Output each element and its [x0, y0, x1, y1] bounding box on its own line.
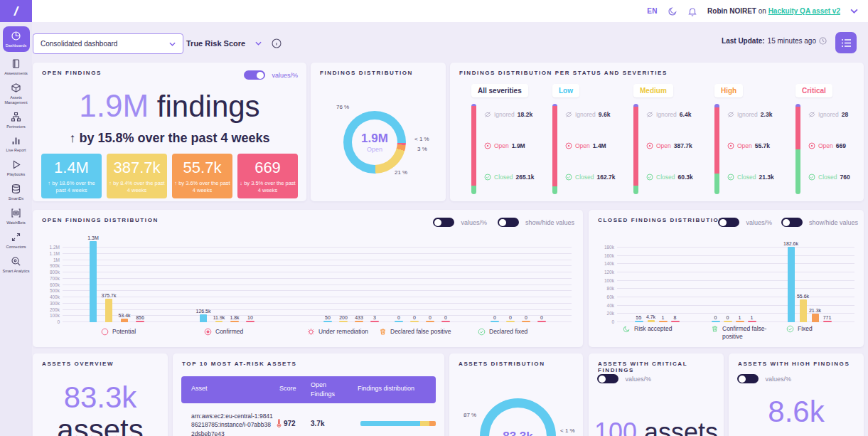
bar[interactable]	[788, 247, 795, 322]
bar[interactable]	[426, 321, 434, 322]
bar[interactable]	[671, 321, 680, 322]
bar[interactable]	[748, 321, 756, 322]
sidebar-item-connectors[interactable]: Connectors	[2, 232, 31, 250]
chevron-down-icon	[169, 42, 176, 46]
donut-center-label: Open	[367, 146, 382, 153]
bar[interactable]	[90, 241, 97, 322]
notifications-bell-icon[interactable]	[687, 6, 697, 16]
tenant-link[interactable]: Hackuity QA asset v2	[768, 7, 840, 15]
sidebar-item-smartdx[interactable]: SmartDx	[2, 184, 31, 201]
severity-chip[interactable]: All severities	[471, 84, 528, 97]
bar[interactable]	[339, 321, 348, 322]
findings-donut-chart[interactable]: 1.9M Open	[343, 111, 406, 174]
card-title: ASSETS DISTRIBUTION	[459, 361, 545, 367]
assets-critical-total: 100 assets	[589, 418, 724, 436]
tile-high[interactable]: 55.7k ↑ by 3.6% over the past 4 weeks	[172, 154, 232, 198]
bar[interactable]	[800, 299, 807, 322]
bar[interactable]	[537, 321, 546, 322]
legend-declared-fixed[interactable]: Declared fixed	[478, 328, 527, 336]
closed-row: Closed 60.3k	[646, 174, 693, 181]
open-row: Open 387.7k	[646, 142, 692, 149]
values-percent-toggle[interactable]	[718, 218, 739, 227]
legend-confirmed[interactable]: Confirmed	[204, 328, 243, 336]
sidebar-item-assessments[interactable]: Assessments	[2, 58, 31, 76]
language-selector[interactable]: EN	[647, 7, 658, 15]
bar[interactable]	[246, 321, 254, 322]
bar[interactable]	[441, 321, 450, 322]
bar[interactable]	[736, 321, 744, 322]
bar[interactable]	[136, 321, 144, 322]
sidebar-item-live-report[interactable]: Live Report	[2, 135, 31, 153]
y-tick: 500k	[38, 288, 60, 293]
y-tick: 1.2M	[38, 245, 60, 250]
y-tick: 1M	[38, 257, 60, 262]
dashboard-menu-button[interactable]	[835, 32, 857, 53]
bar[interactable]	[215, 321, 223, 322]
severity-chip[interactable]: Low	[552, 84, 579, 97]
values-percent-toggle[interactable]: values/%	[244, 68, 298, 81]
sidebar-item-assets-management[interactable]: Assets Management	[2, 83, 31, 105]
bar-chart-icon	[11, 135, 21, 146]
bar[interactable]	[712, 321, 720, 322]
legend-declared-false-positive[interactable]: Declared false positive	[379, 328, 451, 336]
bar[interactable]	[121, 319, 128, 322]
check-circle-icon	[727, 174, 734, 181]
bar[interactable]	[323, 321, 332, 322]
severity-chip[interactable]: Critical	[795, 84, 832, 97]
values-percent-toggle[interactable]: values/%	[597, 372, 651, 385]
sidebar-item-perimeters[interactable]: Perimeters	[2, 112, 31, 129]
dashboard-select[interactable]: Consolidated dashboard	[33, 33, 183, 54]
hackuity-logo[interactable]: /	[0, 0, 32, 22]
legend-under-remediation[interactable]: Under remediation	[307, 328, 368, 336]
tile-medium[interactable]: 387.7k ↑ by 8.4% over the past 4 weeks	[107, 154, 167, 198]
top-assets-card: TOP 10 MOST AT-RISK ASSETS Asset Score O…	[173, 353, 444, 436]
cube-icon	[11, 83, 21, 93]
legend-potential[interactable]: Potential	[101, 328, 136, 336]
bar[interactable]	[395, 321, 403, 322]
bar[interactable]	[522, 321, 530, 322]
values-percent-toggle[interactable]	[433, 218, 454, 227]
sidebar-item-dashboards[interactable]: Dashboards	[3, 26, 30, 52]
bar[interactable]	[506, 321, 515, 322]
donut-center-value: 83.3k	[503, 430, 533, 436]
bar[interactable]	[355, 321, 363, 322]
col-asset: Asset	[191, 385, 208, 392]
legend-confirmed-false-positive[interactable]: Confirmed false-positive	[711, 325, 775, 340]
open-findings-total: 1.9M findings	[33, 88, 306, 124]
bar[interactable]	[105, 299, 112, 322]
info-icon[interactable]	[272, 38, 282, 48]
asset-findings-distribution-bar[interactable]	[360, 421, 436, 426]
sidebar-item-playbooks[interactable]: Playbooks	[2, 159, 31, 177]
bar-group-confirmed: 126.5k 11.9k 1.8k 10	[195, 233, 258, 322]
bar[interactable]	[724, 321, 732, 322]
bar[interactable]	[200, 314, 207, 322]
user-context[interactable]: Robin NOIRET on Hackuity QA asset v2	[707, 7, 840, 15]
bar[interactable]	[230, 321, 239, 322]
bar[interactable]	[823, 321, 832, 322]
bar[interactable]	[410, 321, 419, 322]
score-select[interactable]: True Risk Score	[186, 33, 282, 53]
tile-critical[interactable]: 669 ↓ by 3.5% over the past 4 weeks	[237, 154, 298, 198]
bar[interactable]	[635, 321, 643, 322]
ignored-row: Ignored 28	[808, 111, 848, 118]
show-hide-values-toggle[interactable]	[498, 218, 519, 227]
legend-risk-accepted[interactable]: Risk accepted	[623, 325, 672, 333]
sidebar-item-smart-analytics[interactable]: Smart Analytics	[2, 256, 31, 274]
values-percent-toggle[interactable]: values/%	[737, 372, 791, 385]
bar[interactable]	[812, 314, 819, 322]
chevron-down-icon[interactable]	[850, 9, 858, 14]
legend-fixed[interactable]: Fixed	[786, 325, 813, 333]
y-tick: 900k	[38, 263, 60, 268]
severity-chip[interactable]: High	[714, 84, 743, 97]
bar[interactable]	[659, 321, 668, 322]
sidebar-item-watchbots[interactable]: WatchBots	[2, 208, 31, 225]
bar[interactable]	[370, 321, 379, 322]
open-circle-icon	[808, 142, 815, 149]
show-hide-values-toggle[interactable]	[781, 218, 803, 227]
bar[interactable]	[491, 321, 499, 322]
assets-donut-chart[interactable]: 83.3k	[480, 398, 556, 436]
bar[interactable]	[648, 320, 655, 322]
severity-chip[interactable]: Medium	[633, 84, 673, 97]
tile-low[interactable]: 1.4M ↑ by 18.6% over the past 4 weeks	[41, 154, 102, 198]
dark-mode-moon-icon[interactable]	[668, 6, 677, 16]
